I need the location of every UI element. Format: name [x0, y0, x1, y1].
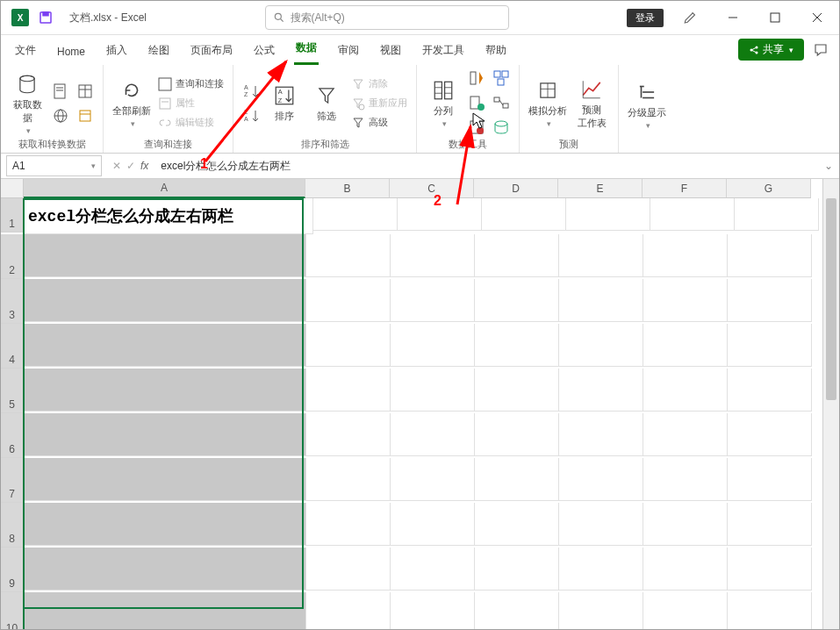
sort-asc-icon[interactable]: AZ: [242, 82, 260, 100]
cell-G9[interactable]: [728, 548, 812, 591]
cell-D5[interactable]: [475, 369, 559, 412]
tab-dev[interactable]: 开发工具: [420, 38, 466, 65]
tab-view[interactable]: 视图: [378, 38, 403, 65]
relationships-icon[interactable]: [492, 94, 510, 111]
cell-E8[interactable]: [559, 503, 643, 546]
cell-A10[interactable]: [25, 592, 306, 629]
cell-G5[interactable]: [728, 369, 812, 412]
search-box[interactable]: 搜索(Alt+Q): [265, 5, 509, 30]
recent-sources-icon[interactable]: [76, 107, 94, 125]
cell-D7[interactable]: [475, 458, 559, 501]
cell-E5[interactable]: [559, 369, 643, 412]
from-web-icon[interactable]: [52, 107, 69, 125]
col-header-B[interactable]: B: [305, 179, 390, 198]
scrollbar-thumb[interactable]: [826, 198, 836, 400]
cell-F1[interactable]: [650, 198, 735, 231]
cell-B10[interactable]: [306, 592, 391, 629]
advanced-filter-button[interactable]: 高级: [351, 116, 407, 130]
cell-C5[interactable]: [391, 369, 475, 412]
sort-button[interactable]: AZ 排序: [267, 83, 302, 123]
tab-formula[interactable]: 公式: [252, 38, 276, 65]
cell-G8[interactable]: [728, 503, 812, 546]
whatif-button[interactable]: 模拟分析▾: [528, 78, 567, 128]
sort-desc-icon[interactable]: ZA: [242, 107, 260, 125]
forecast-button[interactable]: 预测 工作表: [574, 77, 609, 130]
accept-formula-icon[interactable]: ✓: [126, 160, 135, 172]
tab-data[interactable]: 数据: [294, 35, 319, 65]
cell-E10[interactable]: [559, 592, 643, 629]
cell-F5[interactable]: [643, 369, 728, 412]
comments-icon[interactable]: [813, 42, 829, 61]
cell-F9[interactable]: [643, 548, 728, 591]
tab-layout[interactable]: 页面布局: [189, 38, 234, 65]
data-model-icon[interactable]: [492, 118, 510, 136]
cell-G7[interactable]: [728, 458, 812, 501]
cell-C6[interactable]: [391, 413, 475, 456]
tab-file[interactable]: 文件: [13, 38, 38, 65]
cell-E2[interactable]: [559, 234, 643, 277]
cell-B5[interactable]: [306, 369, 391, 412]
col-header-D[interactable]: D: [474, 179, 558, 198]
cell-C2[interactable]: [391, 234, 475, 277]
cell-F3[interactable]: [643, 279, 728, 322]
tab-help[interactable]: 帮助: [484, 38, 508, 65]
cell-B7[interactable]: [306, 458, 391, 501]
save-icon[interactable]: [38, 10, 54, 25]
row-header-7[interactable]: 7: [1, 458, 25, 503]
cell-A1[interactable]: excel分栏怎么分成左右两栏: [25, 198, 313, 234]
cell-B1[interactable]: [313, 198, 398, 231]
tab-insert[interactable]: 插入: [104, 38, 129, 65]
col-header-E[interactable]: E: [558, 179, 643, 198]
remove-dup-icon[interactable]: [468, 94, 485, 111]
cell-C4[interactable]: [391, 324, 475, 367]
pen-icon[interactable]: [676, 4, 706, 31]
cancel-formula-icon[interactable]: ✕: [112, 160, 121, 172]
cell-C8[interactable]: [391, 503, 475, 546]
cell-F4[interactable]: [643, 324, 728, 367]
cell-A3[interactable]: [25, 279, 306, 322]
refresh-all-button[interactable]: 全部刷新▾: [112, 78, 151, 128]
cell-E6[interactable]: [559, 413, 643, 456]
cell-C7[interactable]: [391, 458, 475, 501]
flash-fill-icon[interactable]: [468, 69, 485, 87]
outline-button[interactable]: 分级显示▾: [628, 80, 666, 130]
consolidate-icon[interactable]: [492, 69, 510, 87]
cell-D3[interactable]: [475, 279, 559, 322]
cell-B9[interactable]: [306, 548, 391, 591]
cell-C3[interactable]: [391, 279, 475, 322]
cell-G1[interactable]: [735, 198, 819, 231]
row-header-9[interactable]: 9: [1, 548, 25, 592]
cell-G6[interactable]: [728, 413, 812, 456]
cell-B2[interactable]: [306, 234, 391, 277]
cell-D4[interactable]: [475, 324, 559, 367]
filter-button[interactable]: 筛选: [309, 83, 344, 123]
cell-A6[interactable]: [25, 413, 306, 456]
cell-G2[interactable]: [728, 234, 812, 277]
cell-D9[interactable]: [475, 548, 559, 591]
cell-E1[interactable]: [566, 198, 650, 231]
minimize-button[interactable]: [718, 4, 748, 31]
from-text-icon[interactable]: [52, 82, 69, 100]
data-validation-icon[interactable]: [468, 118, 485, 136]
get-data-button[interactable]: 获取数 据▾: [10, 72, 45, 135]
col-header-C[interactable]: C: [390, 179, 474, 198]
row-header-1[interactable]: 1: [1, 198, 25, 233]
col-header-G[interactable]: G: [727, 179, 811, 198]
expand-formula-bar-icon[interactable]: ⌄: [818, 160, 839, 172]
cell-C1[interactable]: [398, 198, 482, 231]
col-header-F[interactable]: F: [643, 179, 727, 198]
cell-D8[interactable]: [475, 503, 559, 546]
queries-connections-button[interactable]: 查询和连接: [158, 77, 224, 91]
cell-A2[interactable]: [25, 234, 306, 277]
cell-D2[interactable]: [475, 234, 559, 277]
cell-G4[interactable]: [728, 324, 812, 367]
cell-E4[interactable]: [559, 324, 643, 367]
cell-B3[interactable]: [306, 279, 391, 322]
formula-input[interactable]: excel分栏怎么分成左右两栏: [154, 159, 818, 174]
cell-C10[interactable]: [391, 592, 475, 629]
row-header-4[interactable]: 4: [1, 324, 25, 369]
row-header-3[interactable]: 3: [1, 279, 25, 324]
cell-F8[interactable]: [643, 503, 728, 546]
text-to-columns-button[interactable]: 分列▾: [426, 78, 461, 128]
cell-F2[interactable]: [643, 234, 728, 277]
